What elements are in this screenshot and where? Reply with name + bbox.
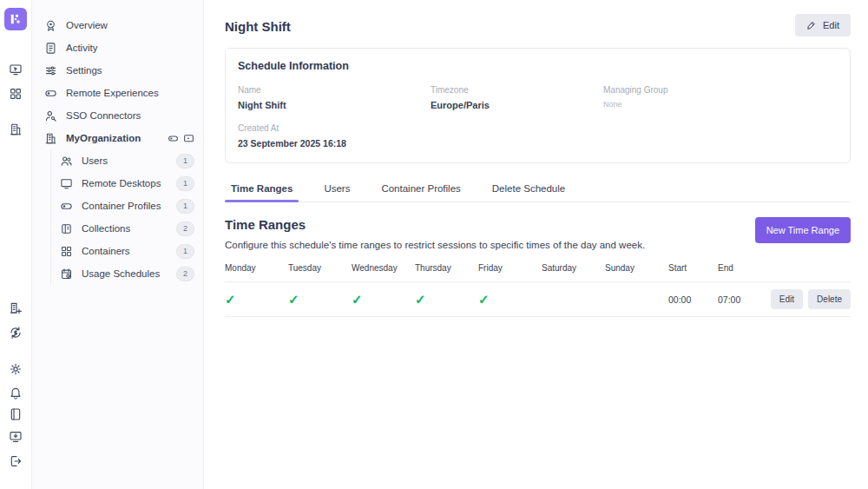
logout-icon[interactable]	[9, 454, 23, 468]
tab-time-ranges[interactable]: Time Ranges	[225, 176, 299, 202]
app-logo[interactable]	[4, 8, 27, 30]
remote-desktops-icon[interactable]	[9, 63, 23, 76]
field-label: Name	[238, 85, 431, 95]
containers-icon[interactable]	[9, 87, 23, 101]
count-badge: 2	[176, 267, 194, 281]
monitor-icon	[60, 177, 73, 190]
schedule-fields: Name Night Shift Timezone Europe/Paris M…	[238, 85, 838, 149]
sidebar-item-activity[interactable]: Activity	[44, 36, 194, 59]
sidebar-item-sso-connectors[interactable]: SSO Connectors	[44, 104, 194, 127]
toggle-icon	[60, 200, 73, 213]
start-time-cell: 00:00	[668, 294, 718, 305]
document-icon	[44, 42, 57, 55]
time-ranges-table: Monday Tuesday Wednesday Thursday Friday…	[225, 263, 851, 317]
row-delete-button[interactable]: Delete	[808, 289, 851, 309]
toggle-mini-icon[interactable]	[168, 133, 179, 144]
count-badge: 1	[176, 154, 194, 169]
card-title: Schedule Information	[238, 60, 838, 72]
column-header-friday: Friday	[478, 263, 542, 273]
column-header-wednesday: Wednesday	[352, 263, 415, 273]
field-name: Name Night Shift	[238, 85, 431, 110]
sidebar-item-label: SSO Connectors	[66, 110, 141, 121]
row-edit-button[interactable]: Edit	[771, 289, 803, 309]
column-header-saturday: Saturday	[542, 263, 605, 273]
organization-sub-nav: Users 1 Remote Desktops 1 Contai	[50, 149, 194, 285]
user-key-icon	[44, 109, 57, 122]
sidebar-item-label: Containers	[82, 246, 130, 256]
field-label: Timezone	[431, 85, 603, 95]
schedule-tabs: Time Ranges Users Container Profiles Del…	[225, 176, 851, 202]
sidebar-item-label: Container Profiles	[82, 201, 161, 211]
section-title: Time Ranges	[225, 217, 645, 232]
sidebar-item-label: Remote Experiences	[66, 88, 159, 98]
column-header-monday: Monday	[225, 263, 288, 273]
docs-book-icon[interactable]	[9, 407, 23, 421]
column-header-tuesday: Tuesday	[288, 263, 352, 273]
building-icon	[44, 132, 57, 145]
sidebar-item-label: Remote Desktops	[82, 178, 161, 188]
page-header: Night Shift Edit	[225, 14, 851, 36]
sidebar-item-remote-experiences[interactable]: Remote Experiences	[44, 82, 194, 104]
collection-icon	[60, 222, 73, 235]
schedule-information-card: Schedule Information Name Night Shift Ti…	[225, 48, 851, 163]
sidebar-item-users[interactable]: Users 1	[60, 149, 194, 172]
field-timezone: Timezone Europe/Paris	[431, 85, 603, 110]
field-value: 23 September 2025 16:18	[238, 138, 431, 149]
users-icon	[60, 155, 73, 168]
section-description: Configure this schedule's time ranges to…	[225, 240, 645, 250]
count-badge: 1	[176, 176, 194, 191]
badge-icon	[44, 19, 57, 32]
sidebar-item-remote-desktops[interactable]: Remote Desktops 1	[60, 172, 194, 195]
sidebar-item-containers[interactable]: Containers 1	[60, 240, 194, 262]
end-time-cell: 07:00	[718, 294, 767, 305]
grid-icon	[60, 245, 73, 258]
column-header-end: End	[718, 263, 767, 273]
organization-icon[interactable]	[9, 122, 23, 136]
billing-sync-icon[interactable]	[9, 326, 23, 340]
sidebar-item-collections[interactable]: Collections 2	[60, 217, 194, 240]
column-header-sunday: Sunday	[605, 263, 668, 273]
sidebar: Overview Activity Settings	[32, 0, 204, 489]
sidebar-item-label: Collections	[82, 223, 130, 234]
org-quick-actions	[168, 133, 194, 144]
new-time-range-button[interactable]: New Time Range	[755, 217, 851, 243]
count-badge: 2	[176, 221, 194, 236]
icon-rail	[0, 0, 32, 489]
add-organization-icon[interactable]	[9, 301, 23, 315]
friday-check: ✓	[478, 293, 542, 306]
sidebar-item-settings[interactable]: Settings	[44, 59, 194, 82]
sidebar-item-usage-schedules[interactable]: Usage Schedules 2	[60, 262, 194, 285]
sidebar-item-label: Settings	[66, 65, 102, 76]
field-label: Created At	[238, 123, 431, 133]
tab-delete-schedule[interactable]: Delete Schedule	[486, 176, 571, 202]
table-row: ✓ ✓ ✓ ✓ ✓ 00:00 07:00 Edit Delete	[225, 282, 851, 317]
sidebar-item-label: Activity	[66, 43, 97, 53]
field-managing-group: Managing Group None	[603, 85, 838, 110]
calendar-clock-icon	[60, 268, 73, 281]
field-created-at: Created At 23 September 2025 16:18	[238, 123, 431, 149]
main-content: Night Shift Edit Schedule Information Na…	[204, 0, 868, 489]
count-badge: 1	[176, 244, 194, 259]
sidebar-item-container-profiles[interactable]: Container Profiles 1	[60, 195, 194, 217]
wednesday-check: ✓	[352, 293, 415, 306]
count-badge: 1	[176, 199, 194, 214]
sliders-icon	[44, 64, 57, 77]
sidebar-item-overview[interactable]: Overview	[44, 14, 194, 36]
edit-schedule-button[interactable]: Edit	[795, 14, 851, 36]
downloads-icon[interactable]	[9, 430, 23, 444]
desktop-mini-icon[interactable]	[183, 133, 194, 144]
pencil-icon	[806, 20, 817, 30]
settings-gear-icon[interactable]	[9, 362, 23, 376]
sidebar-item-label: Usage Schedules	[82, 268, 160, 279]
sidebar-item-my-organization[interactable]: MyOrganization	[44, 127, 194, 149]
edit-button-label: Edit	[823, 20, 839, 30]
tab-container-profiles[interactable]: Container Profiles	[375, 176, 466, 202]
sidebar-item-label: Overview	[66, 20, 108, 30]
tab-users[interactable]: Users	[318, 176, 356, 202]
sidebar-item-label: MyOrganization	[66, 133, 141, 143]
field-label: Managing Group	[603, 85, 838, 95]
field-value: Europe/Paris	[431, 100, 603, 110]
monday-check: ✓	[225, 293, 288, 306]
notifications-bell-icon[interactable]	[9, 386, 23, 400]
sidebar-item-label: Users	[82, 155, 108, 166]
